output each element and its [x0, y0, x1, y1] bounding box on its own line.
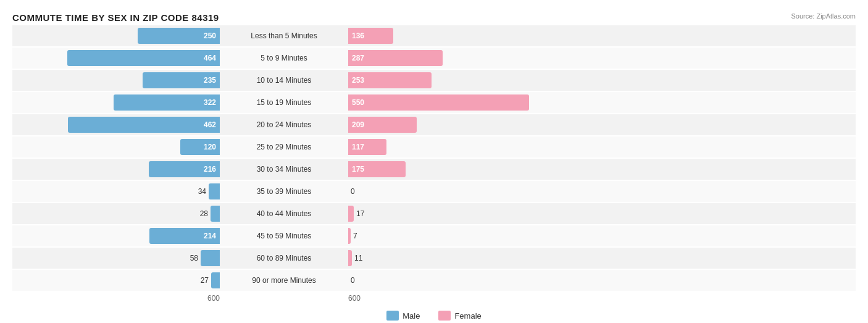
right-section: 209	[346, 117, 556, 133]
row-label: 40 to 44 Minutes	[222, 209, 346, 218]
male-bar: 120	[180, 139, 220, 155]
right-section: 136	[346, 28, 556, 44]
male-value: 464	[204, 54, 216, 62]
female-value: 7	[353, 232, 357, 240]
bar-row: 5860 to 89 Minutes11	[12, 248, 856, 269]
bar-row: 46220 to 24 Minutes209	[12, 114, 856, 135]
left-section: 462	[12, 117, 222, 133]
male-value: 27	[201, 276, 209, 285]
row-label: 90 or more Minutes	[222, 276, 346, 285]
male-bar	[211, 206, 220, 222]
row-label: 35 to 39 Minutes	[222, 187, 346, 196]
right-section: 0	[346, 183, 556, 199]
bar-row: 32215 to 19 Minutes550	[12, 92, 856, 113]
male-bar: 462	[68, 117, 220, 133]
female-bar: 117	[348, 139, 386, 155]
bar-row: 21630 to 34 Minutes175	[12, 159, 856, 180]
row-label: 10 to 14 Minutes	[222, 76, 346, 85]
male-bar: 235	[143, 72, 220, 88]
male-value: 34	[198, 187, 206, 196]
male-bar: 322	[114, 94, 220, 111]
bar-row: 4645 to 9 Minutes287	[12, 48, 856, 69]
left-section: 34	[12, 183, 222, 199]
legend-male-label: Male	[403, 311, 420, 321]
right-section: 0	[346, 272, 556, 288]
left-section: 235	[12, 72, 222, 88]
chart-container: COMMUTE TIME BY SEX IN ZIP CODE 84319 So…	[0, 6, 868, 323]
source-text: Source: ZipAtlas.com	[791, 12, 856, 20]
chart-title: COMMUTE TIME BY SEX IN ZIP CODE 84319	[12, 12, 219, 23]
female-bar: 550	[348, 94, 529, 111]
female-bar: 136	[348, 28, 393, 44]
bar-row: 2840 to 44 Minutes17	[12, 203, 856, 224]
female-bar: 175	[348, 161, 406, 177]
male-value: 120	[204, 143, 216, 151]
female-value: 11	[354, 254, 362, 262]
axis-right-label: 600	[346, 294, 556, 303]
row-label: 60 to 89 Minutes	[222, 254, 346, 262]
chart-area: 250Less than 5 Minutes1364645 to 9 Minut…	[12, 25, 856, 291]
legend-female-box	[438, 311, 451, 321]
male-bar: 216	[149, 161, 220, 177]
axis-row: 600 600	[12, 292, 856, 304]
left-section: 322	[12, 94, 222, 111]
male-bar: 464	[67, 50, 220, 66]
male-bar	[201, 250, 220, 266]
female-value: 175	[352, 165, 364, 174]
row-label: 30 to 34 Minutes	[222, 165, 346, 174]
male-value: 235	[204, 76, 216, 85]
right-section: 17	[346, 206, 556, 222]
row-label: 20 to 24 Minutes	[222, 120, 346, 129]
row-label: 15 to 19 Minutes	[222, 98, 346, 107]
female-bar: 209	[348, 117, 417, 133]
female-value: 117	[352, 143, 364, 151]
left-section: 250	[12, 28, 222, 44]
left-section: 464	[12, 50, 222, 66]
row-label: 25 to 29 Minutes	[222, 143, 346, 151]
male-bar: 214	[149, 228, 220, 244]
male-bar	[209, 183, 220, 199]
female-value: 0	[351, 276, 355, 285]
female-value: 253	[352, 76, 364, 85]
right-section: 7	[346, 228, 556, 244]
female-bar	[348, 250, 352, 266]
axis-left-label: 600	[12, 294, 222, 303]
female-bar: 287	[348, 50, 443, 66]
female-value: 209	[352, 120, 364, 129]
left-section: 58	[12, 250, 222, 266]
bar-row: 12025 to 29 Minutes117	[12, 136, 856, 157]
row-label: Less than 5 Minutes	[222, 31, 346, 40]
male-bar	[211, 272, 220, 288]
right-section: 550	[346, 94, 556, 111]
right-section: 11	[346, 250, 556, 266]
bar-row: 23510 to 14 Minutes253	[12, 70, 856, 91]
left-section: 28	[12, 206, 222, 222]
right-section: 175	[346, 161, 556, 177]
bar-row: 2790 or more Minutes0	[12, 270, 856, 291]
left-section: 216	[12, 161, 222, 177]
legend: Male Female	[12, 311, 856, 321]
legend-male: Male	[386, 311, 420, 321]
row-label: 5 to 9 Minutes	[222, 54, 346, 62]
male-value: 214	[204, 232, 216, 240]
female-value: 0	[351, 187, 355, 196]
right-section: 287	[346, 50, 556, 66]
female-bar	[348, 206, 354, 222]
female-bar	[348, 228, 351, 244]
female-value: 287	[352, 54, 364, 62]
male-value: 462	[204, 120, 216, 129]
male-value: 58	[190, 254, 198, 262]
legend-female-label: Female	[454, 311, 481, 321]
male-value: 322	[204, 98, 216, 107]
male-value: 216	[204, 165, 216, 174]
male-bar: 250	[138, 28, 220, 44]
male-value: 28	[200, 209, 208, 218]
row-label: 45 to 59 Minutes	[222, 232, 346, 240]
right-section: 253	[346, 72, 556, 88]
male-value: 250	[204, 31, 216, 40]
bar-row: 3435 to 39 Minutes0	[12, 181, 856, 202]
female-bar: 253	[348, 72, 432, 88]
legend-female: Female	[438, 311, 481, 321]
female-value: 550	[352, 98, 364, 107]
right-section: 117	[346, 139, 556, 155]
